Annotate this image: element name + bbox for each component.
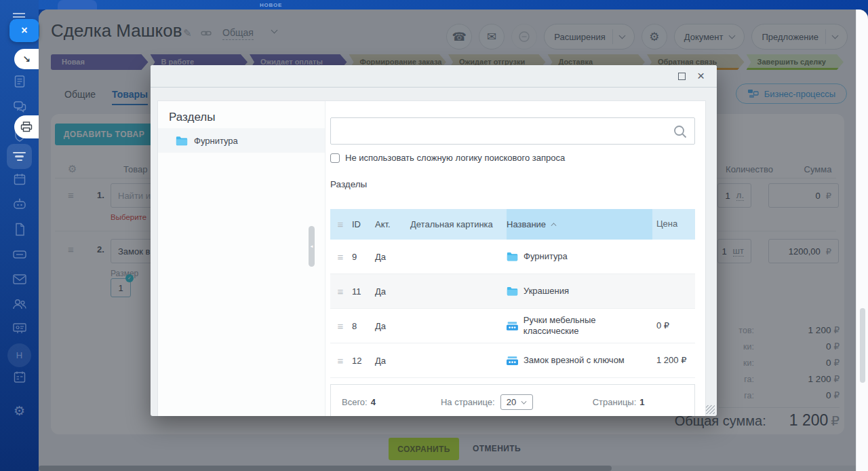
h-app-label: H — [16, 350, 22, 360]
pager-total-label: Всего: — [342, 397, 368, 407]
search-input[interactable] — [331, 118, 694, 144]
cell-name-label: Замок врезной с ключом — [524, 355, 625, 366]
cell-active: Да — [375, 252, 410, 262]
browser-tab[interactable] — [58, 0, 97, 10]
per-page-value: 20 — [507, 397, 516, 407]
section-tree-label: Фурнитура — [194, 136, 238, 146]
feed-icon — [13, 152, 26, 154]
header-name-sorted[interactable]: Название — [507, 209, 652, 240]
sections-panel: Разделы Фурнитура ◄ — [158, 101, 326, 416]
search-box — [330, 117, 695, 145]
h-app-badge[interactable]: H — [7, 343, 31, 367]
section-tree-item[interactable]: Фурнитура — [158, 128, 325, 153]
checkbox[interactable] — [330, 153, 340, 163]
vertical-scrollbar[interactable] — [856, 10, 868, 471]
modal-titlebar[interactable]: × — [151, 65, 717, 88]
header-name-label: Название — [507, 219, 546, 229]
top-bar: НОВОЕ — [0, 0, 868, 10]
vertical-scrollbar-thumb[interactable] — [860, 308, 865, 383]
table-row[interactable]: ≡ 9 Да Фурнитура — [330, 240, 695, 274]
sections-table: ≡ ID Акт. Детальная картинка Название Це… — [330, 209, 695, 378]
cell-id: 8 — [351, 321, 375, 331]
grid-pager: Всего:4 На странице: 20 Страницы:1 — [330, 384, 695, 416]
cell-name-label: Фурнитура — [524, 251, 568, 262]
cell-name-label: Ручки мебельные классические — [524, 315, 652, 336]
cell-name[interactable]: Фурнитура — [507, 251, 652, 262]
table-row[interactable]: ≡ 11 Да Украшения — [330, 274, 695, 309]
tasks-icon[interactable] — [13, 75, 26, 88]
row-drag-icon[interactable]: ≡ — [330, 356, 351, 366]
cell-id: 9 — [351, 252, 375, 262]
maximize-icon[interactable] — [678, 73, 686, 80]
arrow-down-right-icon: ↘ — [22, 54, 31, 64]
modal-resize-handle[interactable] — [706, 405, 715, 414]
header-active[interactable]: Акт. — [375, 219, 410, 229]
product-icon — [507, 322, 518, 331]
search-logic-option: Не использовать сложную логику поисковог… — [330, 153, 695, 163]
pager-perpage-label: На странице: — [441, 397, 495, 407]
header-picture[interactable]: Детальная картинка — [410, 219, 507, 230]
feed-item-active[interactable] — [7, 144, 32, 169]
folder-icon — [176, 136, 188, 146]
grid-section-label: Разделы — [330, 179, 695, 189]
left-sidebar: × ↘ H ⚙ — [0, 0, 39, 471]
printer-icon — [20, 121, 33, 132]
chevron-down-icon — [521, 398, 527, 404]
cell-active: Да — [375, 321, 410, 331]
sort-asc-icon — [551, 223, 557, 229]
close-icon: × — [21, 24, 27, 37]
header-drag-icon[interactable]: ≡ — [330, 219, 351, 229]
storage-icon[interactable] — [12, 248, 27, 261]
cell-id: 11 — [351, 286, 375, 297]
collapse-panel-button[interactable]: ↘ — [14, 49, 39, 69]
document-icon[interactable] — [13, 223, 26, 236]
table-row[interactable]: ≡ 8 Да Ручки мебельные классические 0 ₽ — [330, 309, 695, 343]
catalog-sections-modal: × Разделы Фурнитура ◄ Не использовать сл… — [151, 65, 717, 416]
cell-active: Да — [375, 286, 410, 297]
folder-icon — [507, 252, 518, 261]
row-drag-icon[interactable]: ≡ — [330, 252, 351, 262]
cell-name[interactable]: Ручки мебельные классические — [507, 315, 652, 336]
pager-pages-value: 1 — [639, 397, 644, 407]
table-header-row: ≡ ID Акт. Детальная картинка Название Це… — [330, 209, 695, 240]
cell-price: 0 ₽ — [652, 320, 695, 331]
calendar-tasks-icon[interactable] — [13, 371, 26, 384]
cell-name[interactable]: Украшения — [507, 286, 652, 297]
header-price[interactable]: Цена — [652, 219, 695, 229]
product-icon — [507, 356, 518, 365]
cell-name-label: Украшения — [524, 286, 569, 297]
row-drag-icon[interactable]: ≡ — [330, 286, 351, 297]
table-row[interactable]: ≡ 12 Да Замок врезной с ключом 1 200 ₽ — [330, 343, 695, 378]
people-icon[interactable] — [12, 297, 28, 311]
presentation-icon[interactable] — [12, 322, 27, 335]
search-icon[interactable] — [673, 124, 688, 139]
pager-total-value: 4 — [371, 397, 376, 407]
new-badge: НОВОЕ — [260, 2, 282, 8]
header-id[interactable]: ID — [351, 219, 375, 229]
per-page-select[interactable]: 20 — [500, 394, 533, 410]
cell-price: 1 200 ₽ — [652, 355, 695, 366]
close-slider-button[interactable]: × — [9, 19, 39, 42]
panel-collapse-handle[interactable]: ◄ — [309, 226, 315, 267]
row-drag-icon[interactable]: ≡ — [330, 321, 351, 331]
bot-icon[interactable] — [12, 197, 27, 211]
pager-pages-label: Страницы: — [593, 397, 637, 407]
cell-name[interactable]: Замок врезной с ключом — [507, 355, 652, 366]
cell-active: Да — [375, 356, 410, 366]
folder-icon — [507, 286, 518, 296]
close-icon[interactable]: × — [697, 67, 705, 85]
chat-icon[interactable] — [13, 100, 26, 113]
modal-content: Разделы Фурнитура ◄ Не использовать слож… — [157, 100, 706, 416]
menu-icon[interactable] — [13, 13, 25, 14]
calendar-icon[interactable] — [13, 172, 26, 186]
cell-id: 12 — [351, 356, 375, 366]
print-button[interactable] — [14, 115, 39, 138]
mail-icon[interactable] — [12, 274, 27, 285]
settings-gear-icon[interactable]: ⚙ — [14, 403, 25, 419]
checkbox-label: Не использовать сложную логику поисковог… — [345, 153, 565, 163]
sections-panel-title: Разделы — [169, 111, 325, 124]
sections-grid-panel: Не использовать сложную логику поисковог… — [326, 101, 705, 416]
